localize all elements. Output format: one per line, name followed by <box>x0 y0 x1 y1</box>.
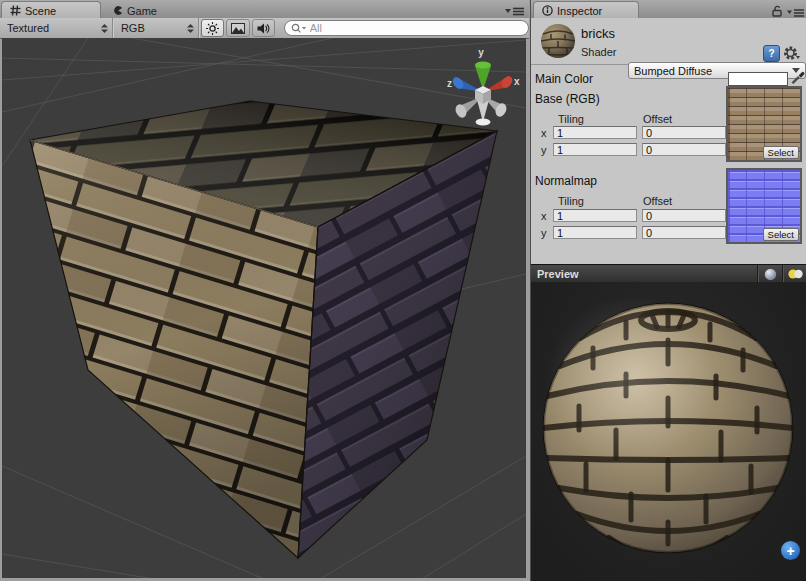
base-tiling-header: Tiling <box>558 113 584 125</box>
brick-cube <box>30 101 497 558</box>
game-view-icon <box>112 5 123 16</box>
updown-arrows-icon <box>101 24 108 33</box>
info-icon <box>542 5 553 16</box>
scene-canvas: y x z <box>2 38 526 578</box>
scene-grid-icon <box>10 5 21 16</box>
render-mode-dropdown[interactable]: Textured <box>0 18 112 38</box>
search-input[interactable] <box>310 22 522 34</box>
main-color-swatch[interactable] <box>728 72 788 86</box>
base-texture-thumbnail[interactable]: Select <box>726 86 802 162</box>
image-icon <box>231 23 245 34</box>
scene-search-field <box>284 20 529 36</box>
normal-offset-header: Offset <box>643 195 672 207</box>
scene-viewport[interactable]: y x z <box>2 38 526 578</box>
preview-mesh-button[interactable] <box>757 265 782 283</box>
sun-icon <box>206 22 219 35</box>
base-y-label: y <box>541 144 547 156</box>
base-offset-y-field[interactable] <box>642 143 726 156</box>
unity-editor-window: Scene Game Textured RGB <box>0 0 806 581</box>
tab-game-label: Game <box>127 5 157 17</box>
normal-offset-y-field[interactable] <box>642 226 726 239</box>
scene-toolbar: Textured RGB <box>0 18 529 39</box>
preview-header[interactable]: Preview <box>531 264 806 283</box>
main-color-label: Main Color <box>535 72 593 86</box>
base-offset-header: Offset <box>643 113 672 125</box>
normal-tiling-header: Tiling <box>558 195 584 207</box>
gizmo-y-label: y <box>478 47 484 58</box>
base-rgb-label: Base (RGB) <box>535 92 600 106</box>
inspector-panel: Inspector <box>530 0 806 581</box>
scene-tabstrip: Scene Game <box>0 0 529 19</box>
scene-orientation-gizmo[interactable]: y x z <box>447 47 520 126</box>
base-tiling-x-field[interactable] <box>553 126 637 139</box>
material-sphere-thumbnail <box>539 22 577 64</box>
scene-audio-toggle[interactable] <box>252 19 275 37</box>
speaker-icon <box>257 23 270 34</box>
normal-tiling-y-field[interactable] <box>553 226 637 239</box>
tab-inspector-label: Inspector <box>557 5 602 17</box>
search-icon[interactable] <box>291 23 307 34</box>
shader-label: Shader <box>581 46 616 58</box>
normal-tiling-x-field[interactable] <box>553 209 637 222</box>
normal-y-label: y <box>541 227 547 239</box>
base-texture-select-button[interactable]: Select <box>763 146 799 159</box>
updown-arrows-icon <box>187 24 194 33</box>
normal-offset-x-field[interactable] <box>642 209 726 222</box>
material-properties: Main Color Base (RGB) Select Tiling Offs… <box>531 64 806 264</box>
help-icon[interactable]: ? <box>763 45 780 62</box>
scene-panel: Scene Game Textured RGB <box>0 0 529 581</box>
color-mode-value: RGB <box>121 22 145 34</box>
preview-sphere[interactable] <box>531 282 806 581</box>
eyedropper-icon[interactable] <box>790 69 805 84</box>
scene-skybox-toggle[interactable] <box>226 19 249 37</box>
material-header: bricks Shader Bumped Diffuse ? <box>531 18 806 65</box>
normalmap-label: Normalmap <box>535 174 597 188</box>
normalmap-thumbnail[interactable]: Select <box>726 168 802 244</box>
help-glyph: ? <box>768 48 774 59</box>
normalmap-select-button[interactable]: Select <box>763 228 799 241</box>
normal-x-label: x <box>541 210 547 222</box>
color-mode-dropdown[interactable]: RGB <box>114 18 198 38</box>
base-offset-x-field[interactable] <box>642 126 726 139</box>
two-lights-icon <box>787 268 804 280</box>
material-name: bricks <box>581 26 615 41</box>
base-tiling-y-field[interactable] <box>553 143 637 156</box>
tab-scene-label: Scene <box>25 5 56 17</box>
preview-lighting-button[interactable] <box>782 265 806 283</box>
material-preview-area[interactable]: + <box>531 282 806 581</box>
inspector-tabstrip: Inspector <box>531 0 806 19</box>
tab-inspector[interactable]: Inspector <box>533 1 639 19</box>
plus-glyph: + <box>786 544 794 558</box>
render-mode-value: Textured <box>7 22 49 34</box>
preview-title: Preview <box>537 268 757 280</box>
scene-lighting-toggle[interactable] <box>201 19 224 37</box>
gear-icon[interactable] <box>783 45 800 61</box>
gizmo-x-label: x <box>514 76 520 87</box>
tab-game[interactable]: Game <box>104 2 165 19</box>
preview-add-button[interactable]: + <box>781 541 800 560</box>
tab-scene[interactable]: Scene <box>1 1 101 19</box>
gizmo-z-label: z <box>447 78 452 89</box>
base-x-label: x <box>541 127 547 139</box>
toolbar-separator <box>198 18 200 38</box>
sphere-icon <box>764 268 777 281</box>
